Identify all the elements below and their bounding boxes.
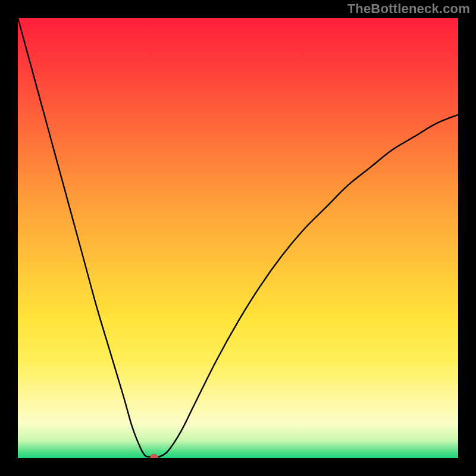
plot-area <box>18 18 458 458</box>
bottleneck-curve <box>18 18 458 458</box>
watermark-text: TheBottleneck.com <box>347 1 470 17</box>
chart-frame: TheBottleneck.com <box>0 0 476 476</box>
minimum-marker-icon <box>150 454 158 458</box>
